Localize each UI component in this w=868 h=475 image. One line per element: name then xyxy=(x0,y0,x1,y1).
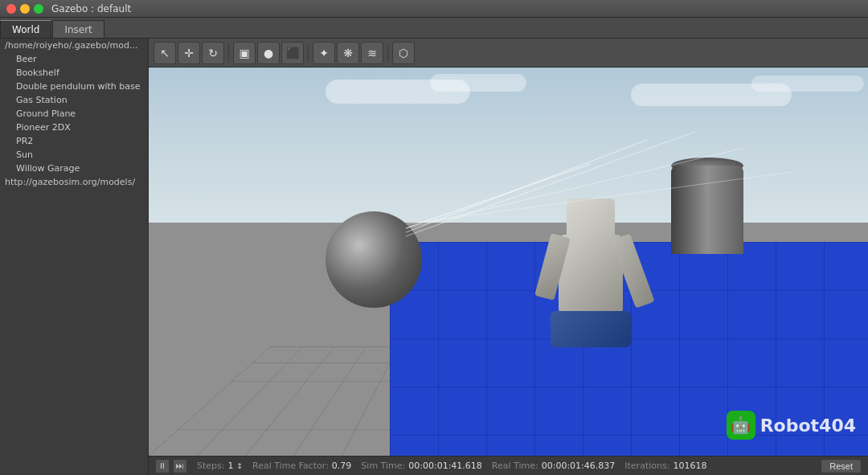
iterations-value: 101618 xyxy=(673,461,706,471)
main-container: World Insert /home/roiyeho/.gazebo/mod..… xyxy=(0,18,868,475)
select-tool-button[interactable]: ↖ xyxy=(154,42,176,64)
tree-item-willow-garage[interactable]: Willow Garage xyxy=(0,162,148,175)
box-tool-button[interactable]: ▣ xyxy=(233,42,256,64)
watermark-icon: 🤖 xyxy=(727,411,755,440)
step-forward-button[interactable]: ⏭ xyxy=(173,459,187,473)
tree-item-sun[interactable]: Sun xyxy=(0,148,148,162)
robot-object xyxy=(542,186,647,347)
tree-item-pioneer-2dx[interactable]: Pioneer 2DX xyxy=(0,121,148,134)
content-area: /home/roiyeho/.gazebo/mod... Beer Booksh… xyxy=(0,39,868,475)
minimize-button[interactable] xyxy=(20,4,30,14)
cloud-2 xyxy=(430,74,526,92)
tree-item-gas-station[interactable]: Gas Station xyxy=(0,93,148,107)
sphere-object xyxy=(326,211,422,308)
point-light-button[interactable]: ✦ xyxy=(313,42,335,64)
pause-button[interactable]: ⏸ xyxy=(155,459,170,473)
steps-value: 1 xyxy=(227,461,233,471)
tree-item-pr2[interactable]: PR2 xyxy=(0,134,148,148)
cylinder-object xyxy=(671,166,743,254)
steps-label: Steps: xyxy=(197,461,224,471)
tree-item-double-pendulum[interactable]: Double pendulum with base xyxy=(0,80,148,93)
robot-base xyxy=(551,311,631,347)
toolbar-separator-2 xyxy=(308,44,309,62)
directional-light-button[interactable]: ≋ xyxy=(361,42,383,64)
watermark-text: Robot404 xyxy=(760,416,856,436)
cylinder-tool-button[interactable]: ⬛ xyxy=(281,42,304,64)
window-buttons xyxy=(6,4,43,14)
tree-item-beer[interactable]: Beer xyxy=(0,52,148,66)
sphere-tool-button[interactable]: ● xyxy=(257,42,280,64)
tree-item-ground-plane[interactable]: Ground Plane xyxy=(0,107,148,121)
real-time-factor-label: Real Time Factor: xyxy=(252,461,329,471)
tree-item-bookshelf[interactable]: Bookshelf xyxy=(0,66,148,80)
spot-light-button[interactable]: ❋ xyxy=(337,42,359,64)
toolbar-separator-3 xyxy=(387,44,388,62)
real-time-factor-item: Real Time Factor: 0.79 xyxy=(252,461,351,471)
titlebar: Gazebo : default xyxy=(0,0,868,18)
sim-time-label: Sim Time: xyxy=(361,461,405,471)
steps-arrows[interactable]: ↕ xyxy=(236,462,243,470)
screenshot-button[interactable]: ⬡ xyxy=(392,42,415,64)
iterations-item: Iterations: 101618 xyxy=(624,461,706,471)
toolbar-separator-1 xyxy=(228,44,229,62)
statusbar: ⏸ ⏭ Steps: 1 ↕ Real Time Factor: 0.79 xyxy=(149,456,868,475)
real-time-item: Real Time: 00:00:01:46.837 xyxy=(492,461,615,471)
right-panel: ↖ ✛ ↻ ▣ ● ⬛ ✦ ❋ ≋ ⬡ xyxy=(149,39,868,475)
tab-world[interactable]: World xyxy=(0,20,51,38)
tabbar: World Insert xyxy=(0,18,868,39)
sim-time-value: 00:00:01:41.618 xyxy=(408,461,482,471)
play-controls: ⏸ ⏭ xyxy=(155,459,187,473)
robot-head xyxy=(567,199,615,239)
cloud-4 xyxy=(751,76,864,92)
rotate-tool-button[interactable]: ↻ xyxy=(202,42,224,64)
3d-viewport[interactable]: 🤖 Robot404 xyxy=(149,68,868,456)
watermark: 🤖 Robot404 xyxy=(727,411,856,440)
maximize-button[interactable] xyxy=(34,4,43,14)
iterations-label: Iterations: xyxy=(624,461,669,471)
toolbar: ↖ ✛ ↻ ▣ ● ⬛ ✦ ❋ ≋ ⬡ xyxy=(149,39,868,68)
steps-item: Steps: 1 ↕ xyxy=(197,461,243,471)
tab-insert[interactable]: Insert xyxy=(52,20,104,38)
translate-tool-button[interactable]: ✛ xyxy=(178,42,200,64)
left-panel: /home/roiyeho/.gazebo/mod... Beer Booksh… xyxy=(0,39,149,475)
real-time-label: Real Time: xyxy=(492,461,538,471)
window-title: Gazebo : default xyxy=(51,3,131,14)
sim-time-item: Sim Time: 00:00:01:41.618 xyxy=(361,461,482,471)
close-button[interactable] xyxy=(6,4,16,14)
reset-button[interactable]: Reset xyxy=(821,459,862,473)
tree-item-gazebosim-models[interactable]: http://gazebosim.org/models/ xyxy=(0,175,148,189)
real-time-factor-value: 0.79 xyxy=(332,461,352,471)
tree-item-local-models[interactable]: /home/roiyeho/.gazebo/mod... xyxy=(0,39,148,52)
real-time-value: 00:00:01:46.837 xyxy=(542,461,616,471)
